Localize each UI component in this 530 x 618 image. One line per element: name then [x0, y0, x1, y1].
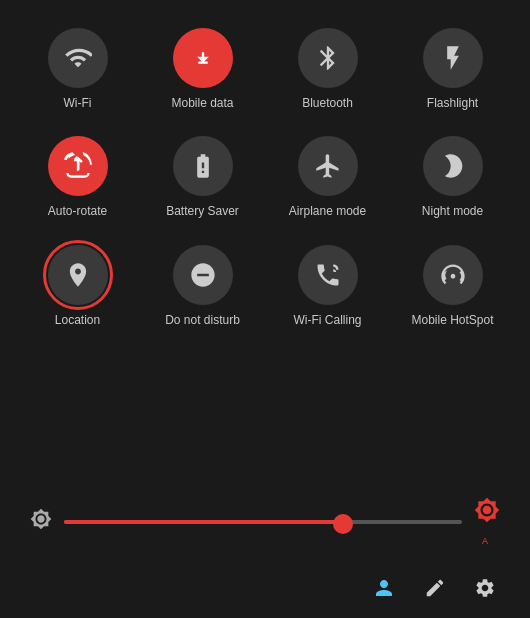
- brightness-row: A: [10, 477, 520, 556]
- flashlight-label: Flashlight: [427, 96, 478, 110]
- bottom-bar: [10, 564, 520, 618]
- tile-battery-saver[interactable]: Battery Saver: [145, 128, 260, 226]
- tile-wifi-calling[interactable]: Wi-Fi Calling: [270, 237, 385, 335]
- do-not-disturb-icon: [173, 245, 233, 305]
- edit-icon[interactable]: [424, 577, 446, 605]
- wifi-label: Wi-Fi: [64, 96, 92, 110]
- tile-mobile-hotspot[interactable]: Mobile HotSpot: [395, 237, 510, 335]
- brightness-high-icon: A: [474, 497, 500, 546]
- wifi-calling-icon: [298, 245, 358, 305]
- wifi-calling-label: Wi-Fi Calling: [293, 313, 361, 327]
- location-label: Location: [55, 313, 100, 327]
- battery-saver-label: Battery Saver: [166, 204, 239, 218]
- auto-rotate-label: Auto-rotate: [48, 204, 107, 218]
- user-icon[interactable]: [372, 576, 396, 606]
- mobile-hotspot-label: Mobile HotSpot: [411, 313, 493, 327]
- brightness-track: [64, 520, 462, 524]
- tile-bluetooth[interactable]: Bluetooth: [270, 20, 385, 118]
- night-mode-icon: [423, 136, 483, 196]
- tile-wifi[interactable]: Wi-Fi: [20, 20, 135, 118]
- tile-night-mode[interactable]: Night mode: [395, 128, 510, 226]
- tile-do-not-disturb[interactable]: Do not disturb: [145, 237, 260, 335]
- mobile-data-label: Mobile data: [171, 96, 233, 110]
- brightness-fill: [64, 520, 343, 524]
- tile-location[interactable]: Location: [20, 237, 135, 335]
- quick-settings-panel: Wi-Fi Mobile data Bluetooth Flashlight: [0, 0, 530, 618]
- tile-flashlight[interactable]: Flashlight: [395, 20, 510, 118]
- battery-saver-icon: [173, 136, 233, 196]
- brightness-low-icon: [30, 508, 52, 535]
- airplane-icon: [298, 136, 358, 196]
- settings-icon[interactable]: [474, 577, 496, 605]
- brightness-slider[interactable]: [64, 520, 462, 524]
- do-not-disturb-label: Do not disturb: [165, 313, 240, 327]
- hotspot-icon: [423, 245, 483, 305]
- brightness-thumb[interactable]: [333, 514, 353, 534]
- mobile-data-icon: [173, 28, 233, 88]
- bluetooth-label: Bluetooth: [302, 96, 353, 110]
- airplane-mode-label: Airplane mode: [289, 204, 366, 218]
- tile-airplane-mode[interactable]: Airplane mode: [270, 128, 385, 226]
- location-icon: [48, 245, 108, 305]
- bluetooth-icon: [298, 28, 358, 88]
- flashlight-icon: [423, 28, 483, 88]
- tile-auto-rotate[interactable]: Auto-rotate: [20, 128, 135, 226]
- tile-mobile-data[interactable]: Mobile data: [145, 20, 260, 118]
- tiles-grid: Wi-Fi Mobile data Bluetooth Flashlight: [10, 20, 520, 335]
- night-mode-label: Night mode: [422, 204, 483, 218]
- wifi-icon: [48, 28, 108, 88]
- auto-rotate-icon: [48, 136, 108, 196]
